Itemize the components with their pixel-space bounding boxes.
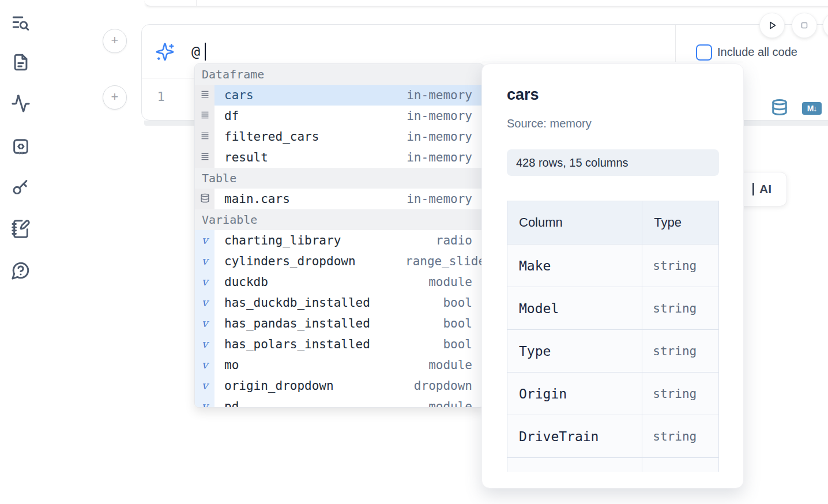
completion-item-name: has_pandas_installed — [224, 317, 370, 330]
completion-item[interactable]: v mo module — [195, 355, 484, 375]
completion-item-name: result — [224, 151, 268, 164]
completion-item-detail: module — [428, 358, 472, 372]
completion-popup: Dataframe cars in-memory df in-memory fi… — [194, 63, 484, 408]
include-all-code-label[interactable]: Include all code — [717, 46, 797, 59]
preview-title: cars — [507, 86, 539, 104]
completion-list: Dataframe cars in-memory df in-memory fi… — [195, 64, 484, 408]
completion-item-detail: in-memory — [407, 88, 472, 102]
preview-shape-badge: 428 rows, 15 columns — [507, 149, 719, 176]
completion-item-name: mo — [224, 358, 239, 372]
completion-item-icon — [195, 85, 214, 106]
completion-item-icon: v — [195, 313, 214, 334]
divider — [482, 62, 743, 62]
completion-item[interactable]: v has_pandas_installed bool — [195, 313, 484, 334]
include-all-code-checkbox[interactable] — [696, 44, 712, 61]
schema-table: Column Type Make string Model string Typ… — [507, 201, 719, 472]
completion-item[interactable]: v origin_dropdown dropdown — [195, 375, 484, 396]
completion-item-detail: bool — [443, 296, 472, 310]
completion-item-icon — [195, 189, 214, 209]
completion-item-icon — [195, 106, 214, 126]
schema-cell-column: Type — [507, 330, 642, 373]
completion-item-detail: module — [428, 400, 472, 408]
text-caret — [205, 43, 206, 61]
list-search-icon[interactable] — [11, 13, 31, 33]
run-cell-button[interactable] — [760, 13, 784, 37]
schema-table-wrap: Column Type Make string Model string Typ… — [507, 201, 719, 472]
completion-item-detail: dropdown — [414, 379, 472, 393]
schema-header-type: Type — [642, 201, 719, 245]
completion-item-detail: bool — [443, 317, 472, 330]
key-icon[interactable] — [11, 178, 31, 197]
completion-item-detail: radio — [436, 234, 472, 247]
completion-item[interactable]: cars in-memory — [195, 85, 484, 106]
notebook-pen-icon[interactable] — [11, 219, 31, 239]
completion-item-name: has_duckdb_installed — [224, 296, 370, 310]
completion-item-icon — [195, 147, 214, 168]
completion-item-name: filtered_cars — [224, 130, 319, 144]
completion-section-header: Variable — [195, 209, 484, 230]
stop-cell-button[interactable] — [792, 13, 816, 37]
completion-item-icon: v — [195, 251, 214, 272]
marimo-notebook: v + + @ 1 Include all code — [0, 0, 828, 504]
line-number: 1 — [156, 89, 166, 104]
ai-button-label: AI — [752, 183, 771, 195]
preview-source: Source: memory — [507, 117, 592, 130]
completion-item-name: cylinders_dropdown — [224, 254, 356, 268]
stop-icon — [797, 18, 811, 32]
completion-item-name: main.cars — [224, 192, 290, 206]
schema-row: DriveTrain string — [507, 415, 719, 458]
sparkles-icon — [155, 42, 175, 62]
dataframe-preview-panel: cars Source: memory 428 rows, 15 columns… — [481, 63, 744, 488]
completion-item[interactable]: main.cars in-memory — [195, 189, 484, 209]
completion-item[interactable]: df in-memory — [195, 106, 484, 126]
schema-cell-column: Make — [507, 245, 642, 287]
completion-item[interactable]: v charting_library radio — [195, 230, 484, 251]
divider — [142, 78, 195, 78]
ai-prompt-input[interactable]: @ — [191, 43, 200, 61]
schema-cell-column: Model — [507, 287, 642, 330]
add-cell-button-bottom[interactable]: + — [103, 85, 127, 110]
add-cell-button-top[interactable]: + — [103, 29, 127, 53]
completion-item-icon: v — [195, 292, 214, 313]
schema-cell-type: string — [642, 330, 719, 373]
completion-item-detail: module — [428, 275, 472, 289]
completion-item-detail: in-memory — [407, 109, 472, 123]
completion-item[interactable]: v cylinders_dropdown range_slider — [195, 251, 484, 272]
activity-icon[interactable] — [11, 94, 31, 114]
completion-item[interactable]: result in-memory — [195, 147, 484, 168]
schema-cell-column: DriveTrain — [507, 415, 642, 458]
snippets-icon[interactable] — [11, 137, 31, 156]
completion-item[interactable]: filtered_cars in-memory — [195, 126, 484, 147]
schema-header-row: Column Type — [507, 201, 719, 245]
completion-item-name: df — [224, 109, 239, 123]
completion-item-detail: in-memory — [407, 130, 472, 144]
completion-section-header: Dataframe — [195, 64, 484, 85]
convert-to-sql-button[interactable] — [771, 99, 788, 116]
help-circle-icon[interactable] — [11, 261, 31, 280]
completion-item[interactable]: v has_polars_installed bool — [195, 334, 484, 355]
schema-cell-type: string — [642, 287, 719, 330]
completion-item-name: origin_dropdown — [224, 379, 334, 393]
completion-item-detail: range_slider — [405, 251, 484, 272]
completion-item-name: cars — [224, 88, 254, 102]
completion-section-header: Table — [195, 168, 484, 189]
completion-item-icon: v — [195, 272, 214, 292]
completion-item[interactable]: v duckdb module — [195, 272, 484, 292]
completion-item-name: has_polars_installed — [224, 337, 370, 351]
completion-item-name: charting_library — [224, 234, 341, 247]
convert-to-markdown-button[interactable]: M↓ — [802, 102, 822, 115]
schema-row: Model string — [507, 287, 719, 330]
completion-item-detail: in-memory — [407, 151, 472, 164]
play-icon — [765, 18, 779, 32]
completion-item[interactable]: v has_duckdb_installed bool — [195, 292, 484, 313]
schema-cell-type — [642, 458, 719, 472]
schema-row: Origin string — [507, 373, 719, 415]
file-icon[interactable] — [11, 52, 31, 72]
schema-cell-column: Origin — [507, 373, 642, 415]
completion-item-icon: v — [195, 375, 214, 396]
schema-row: Type string — [507, 330, 719, 373]
schema-row: Make string — [507, 245, 719, 287]
schema-cell-type: string — [642, 415, 719, 458]
completion-item-icon: v — [195, 355, 214, 375]
completion-item[interactable]: v pd module — [195, 396, 484, 408]
